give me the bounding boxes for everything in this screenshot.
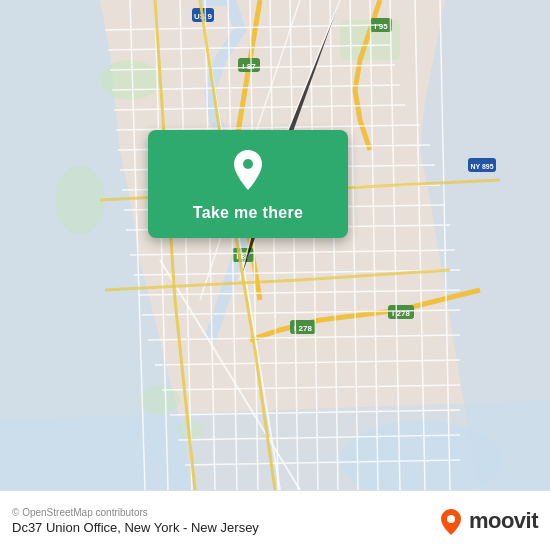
svg-text:I 87: I 87 bbox=[242, 62, 256, 71]
take-me-there-button[interactable]: Take me there bbox=[193, 204, 303, 222]
location-card[interactable]: Take me there bbox=[148, 130, 348, 238]
map-attribution: © OpenStreetMap contributors bbox=[12, 507, 259, 518]
svg-text:NY 895: NY 895 bbox=[470, 163, 493, 170]
location-title: Dc37 Union Office, New York - New Jersey bbox=[12, 520, 259, 535]
map-container: I 95 I 87 I 87 I 278 I 278 NY 895 US 9 bbox=[0, 0, 550, 490]
svg-point-2 bbox=[100, 60, 160, 100]
footer-bar: © OpenStreetMap contributors Dc37 Union … bbox=[0, 490, 550, 550]
location-pin-icon bbox=[224, 146, 272, 194]
footer-left: © OpenStreetMap contributors Dc37 Union … bbox=[12, 507, 259, 535]
moovit-logo: moovit bbox=[437, 507, 538, 535]
moovit-brand-label: moovit bbox=[469, 508, 538, 534]
moovit-pin-icon bbox=[437, 507, 465, 535]
svg-text:I 95: I 95 bbox=[374, 22, 388, 31]
svg-point-57 bbox=[243, 159, 253, 169]
map-background: I 95 I 87 I 87 I 278 I 278 NY 895 US 9 bbox=[0, 0, 550, 490]
svg-point-3 bbox=[55, 165, 105, 235]
svg-text:I 278: I 278 bbox=[294, 324, 312, 333]
svg-point-58 bbox=[447, 515, 455, 523]
